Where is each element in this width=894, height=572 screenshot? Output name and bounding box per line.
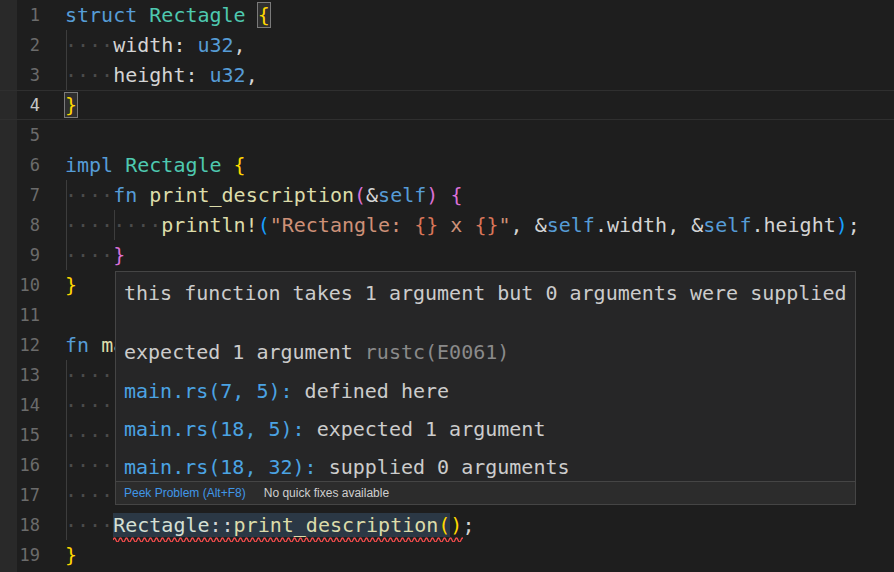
source-location-link[interactable]: main.rs(18, 5): <box>124 417 305 441</box>
token: ···· <box>65 393 113 417</box>
token: & <box>366 183 378 207</box>
diagnostic-message: this function takes 1 argument but 0 arg… <box>124 279 846 307</box>
line-number: 13 <box>0 360 40 390</box>
token: impl <box>65 153 113 177</box>
token: self <box>547 213 595 237</box>
token: u32 <box>210 63 246 87</box>
token: ( <box>354 183 366 207</box>
line-number: 7 <box>0 180 40 210</box>
token: Rectagle <box>149 3 245 27</box>
token: Rectagle <box>113 513 209 537</box>
code-text: ···· <box>40 450 113 480</box>
token: ( <box>258 213 270 237</box>
token: ···· <box>65 33 113 57</box>
code-text: impl Rectagle { <box>40 150 246 180</box>
source-location-link[interactable]: main.rs(7, 5): <box>124 379 293 403</box>
token: { <box>234 153 246 177</box>
line-number: 16 <box>0 450 40 480</box>
token: , <box>246 63 258 87</box>
line-number: 8 <box>0 210 40 240</box>
error-hover-tooltip: this function takes 1 argument but 0 arg… <box>115 271 856 505</box>
token: .height <box>751 213 835 237</box>
token: ···· <box>65 63 113 87</box>
diagnostic-link-row: main.rs(18, 32): supplied 0 arguments <box>124 453 570 481</box>
line-number: 14 <box>0 390 40 420</box>
code-line[interactable]: 5 <box>0 120 894 150</box>
line-number: 11 <box>0 300 40 330</box>
peek-problem-link[interactable]: Peek Problem (Alt+F8) <box>124 486 246 500</box>
token: ···· <box>65 513 113 537</box>
line-number: 18 <box>0 510 40 540</box>
bracket-match: } <box>65 93 77 117</box>
token: , <box>511 213 535 237</box>
code-line[interactable]: 7····fn print_description(&self) { <box>0 180 894 210</box>
code-line[interactable]: 1struct Rectagle { <box>0 0 894 30</box>
token: fn <box>113 183 137 207</box>
token: & <box>691 213 703 237</box>
code-line[interactable]: 8········println!("Rectangle: {} x {}", … <box>0 210 894 240</box>
token: ···· <box>65 183 113 207</box>
line-number: 1 <box>0 0 40 30</box>
token: ···· <box>65 483 113 507</box>
line-number: 15 <box>0 420 40 450</box>
token: {} <box>414 213 438 237</box>
code-line[interactable]: 9····} <box>0 240 894 270</box>
token: } <box>65 543 77 567</box>
token: print_description <box>234 513 439 537</box>
line-number: 6 <box>0 150 40 180</box>
code-text: } <box>40 270 77 300</box>
token: { <box>450 183 462 207</box>
code-line[interactable]: 18····Rectagle::print_description(); <box>0 510 894 540</box>
token: width: <box>113 33 197 57</box>
token: x <box>438 213 474 237</box>
token <box>246 3 258 27</box>
token: ( <box>438 513 450 537</box>
token: , <box>667 213 691 237</box>
code-text: ····height: u32, <box>40 60 258 90</box>
code-editor[interactable]: 1struct Rectagle {2····width: u32,3····h… <box>0 0 894 572</box>
code-line[interactable]: 3····height: u32, <box>0 60 894 90</box>
token: u32 <box>197 33 233 57</box>
token: .width <box>595 213 667 237</box>
token <box>137 183 149 207</box>
code-text: ····width: u32, <box>40 30 246 60</box>
token: ···· <box>65 243 113 267</box>
token: & <box>535 213 547 237</box>
code-text: ····Rectagle::print_description(); <box>40 510 474 540</box>
code-line[interactable]: 19} <box>0 540 894 570</box>
code-text: ···· <box>40 390 113 420</box>
token: {} <box>474 213 498 237</box>
code-line[interactable]: 6impl Rectagle { <box>0 150 894 180</box>
code-text: ····fn print_description(&self) { <box>40 180 462 210</box>
code-text: ···· <box>40 420 113 450</box>
diagnostic-expected: expected 1 argument <box>124 340 353 364</box>
token <box>222 153 234 177</box>
token: ········ <box>65 213 161 237</box>
line-number: 10 <box>0 270 40 300</box>
token: print_description <box>149 183 354 207</box>
code-line[interactable]: 2····width: u32, <box>0 30 894 60</box>
line-number: 19 <box>0 540 40 570</box>
token: ) <box>426 183 438 207</box>
diagnostic-detail: expected 1 argument rustc(E0061) <box>124 338 509 366</box>
code-text: ········println!("Rectangle: {} x {}", &… <box>40 210 860 240</box>
line-number: 12 <box>0 330 40 360</box>
token: } <box>113 243 125 267</box>
token: :: <box>210 513 234 537</box>
tooltip-action-bar: Peek Problem (Alt+F8)No quick fixes avai… <box>116 481 855 504</box>
token: } <box>65 273 77 297</box>
diagnostic-link-row: main.rs(18, 5): expected 1 argument <box>124 415 545 443</box>
token <box>89 333 101 357</box>
code-text: ····} <box>40 240 125 270</box>
token: ; <box>848 213 860 237</box>
token: Rectagle <box>125 153 221 177</box>
token: struct <box>65 3 137 27</box>
line-number: 9 <box>0 240 40 270</box>
token: ) <box>836 213 848 237</box>
source-location-link[interactable]: main.rs(18, 32): <box>124 455 317 479</box>
line-number: 2 <box>0 30 40 60</box>
token: self <box>378 183 426 207</box>
token: height: <box>113 63 209 87</box>
code-line[interactable]: 4} <box>0 90 894 120</box>
link-description: defined here <box>293 379 450 403</box>
